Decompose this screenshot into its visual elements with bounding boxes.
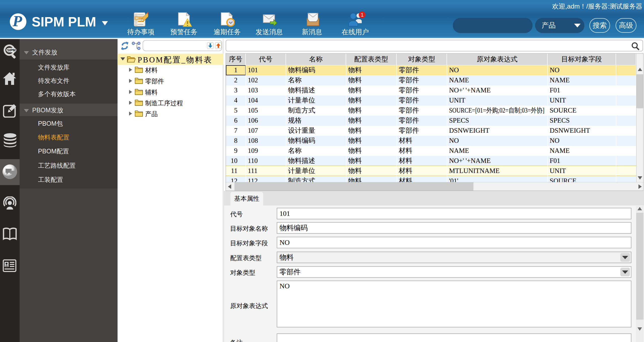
svg-text:SIPM: SIPM xyxy=(7,48,16,52)
